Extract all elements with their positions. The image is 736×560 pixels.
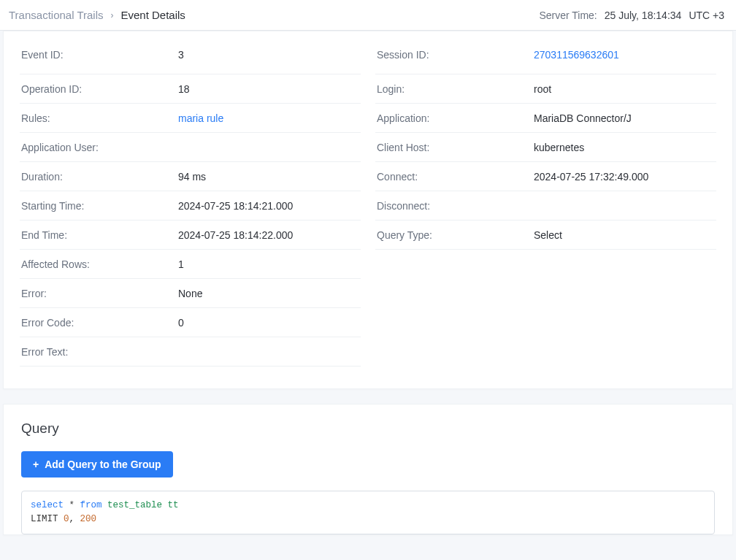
query-card: Query + Add Query to the Group select * … [3, 404, 733, 535]
topbar: Transactional Trails › Event Details Ser… [0, 0, 736, 31]
detail-value: 0 [178, 317, 184, 329]
details-grid: Event ID:3Operation ID:18Rules:maria rul… [20, 46, 716, 367]
chevron-right-icon: › [111, 10, 114, 20]
detail-label: Error Text: [21, 346, 178, 358]
detail-label: Login: [377, 83, 534, 95]
details-card: Event ID:3Operation ID:18Rules:maria rul… [3, 31, 733, 389]
breadcrumb: Transactional Trails › Event Details [9, 9, 185, 21]
detail-label: Application: [377, 112, 534, 124]
detail-row: Rules:maria rule [20, 104, 361, 133]
server-time-value: 25 July, 18:14:34 [605, 9, 682, 21]
detail-row: Affected Rows:1 [20, 250, 361, 279]
detail-row: End Time:2024-07-25 18:14:22.000 [20, 220, 361, 250]
plus-icon: + [33, 459, 39, 470]
detail-label: Disconnect: [377, 200, 534, 212]
detail-label: Connect: [377, 171, 534, 183]
detail-label: End Time: [21, 229, 178, 241]
detail-label: Client Host: [377, 142, 534, 153]
detail-value: Select [534, 229, 562, 241]
detail-label: Error Code: [21, 317, 178, 329]
detail-row: Login:root [375, 74, 716, 104]
add-query-button[interactable]: + Add Query to the Group [21, 451, 173, 477]
detail-value[interactable]: maria rule [178, 112, 223, 124]
detail-value: 94 ms [178, 171, 206, 183]
detail-row: Client Host:kubernetes [375, 133, 716, 162]
detail-value: root [534, 83, 551, 95]
detail-label: Query Type: [377, 229, 534, 241]
detail-value: 2024-07-25 18:14:22.000 [178, 229, 293, 241]
detail-row: Duration:94 ms [20, 162, 361, 191]
detail-label: Rules: [21, 112, 178, 124]
detail-value[interactable]: 270311569632601 [534, 49, 619, 61]
breadcrumb-current: Event Details [121, 9, 185, 21]
detail-row: Connect:2024-07-25 17:32:49.000 [375, 162, 716, 191]
detail-label: Operation ID: [21, 83, 178, 95]
detail-row: Application User: [20, 133, 361, 162]
detail-label: Affected Rows: [21, 258, 178, 270]
detail-value: 2024-07-25 18:14:21.000 [178, 200, 293, 212]
detail-value: kubernetes [534, 142, 584, 153]
add-query-button-label: Add Query to the Group [45, 459, 161, 470]
detail-row: Starting Time:2024-07-25 18:14:21.000 [20, 191, 361, 220]
detail-row: Event ID:3 [20, 46, 361, 74]
detail-label: Starting Time: [21, 200, 178, 212]
breadcrumb-parent[interactable]: Transactional Trails [9, 9, 104, 21]
detail-row: Application:MariaDB Connector/J [375, 104, 716, 133]
detail-row: Session ID:270311569632601 [375, 46, 716, 74]
detail-row: Error:None [20, 279, 361, 308]
detail-label: Duration: [21, 171, 178, 183]
query-title: Query [21, 421, 715, 437]
detail-label: Session ID: [377, 49, 534, 61]
detail-value: 18 [178, 83, 190, 95]
detail-row: Operation ID:18 [20, 74, 361, 104]
detail-label: Event ID: [21, 49, 178, 61]
server-time-label: Server Time: [539, 9, 597, 21]
detail-label: Error: [21, 288, 178, 299]
detail-value: 1 [178, 258, 184, 270]
detail-row: Error Code:0 [20, 308, 361, 337]
detail-value: 2024-07-25 17:32:49.000 [534, 171, 648, 183]
detail-value: MariaDB Connector/J [534, 112, 632, 124]
detail-value: 3 [178, 49, 184, 61]
details-col-right: Session ID:270311569632601Login:rootAppl… [375, 46, 716, 367]
server-time-tz: UTC +3 [689, 9, 724, 21]
details-col-left: Event ID:3Operation ID:18Rules:maria rul… [20, 46, 361, 367]
server-time: Server Time: 25 July, 18:14:34 UTC +3 [539, 9, 724, 21]
detail-row: Disconnect: [375, 191, 716, 220]
detail-value: None [178, 288, 202, 299]
detail-label: Application User: [21, 142, 178, 153]
detail-row: Error Text: [20, 337, 361, 367]
detail-row: Query Type:Select [375, 220, 716, 250]
query-sql: select * from test_table tt LIMIT 0, 200 [21, 491, 715, 534]
